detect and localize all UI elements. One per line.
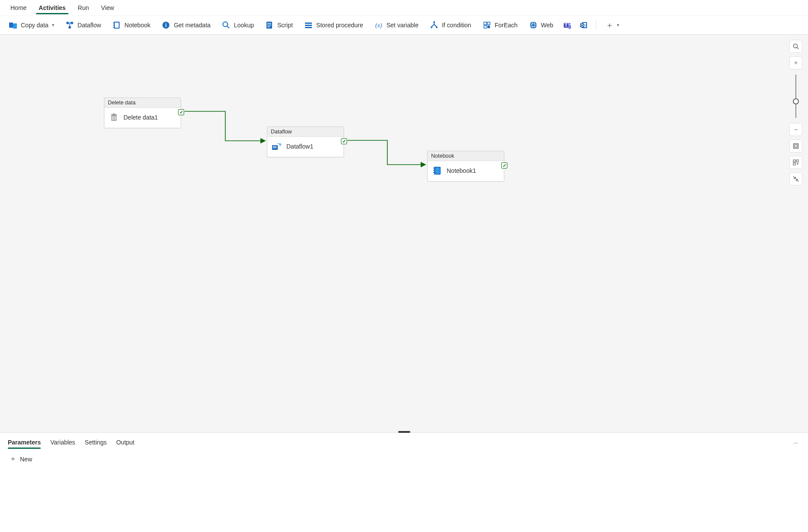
copy-data-icon — [9, 21, 17, 29]
notebook-blue-icon — [432, 165, 442, 176]
svg-point-12 — [223, 22, 228, 26]
svg-line-13 — [227, 26, 229, 28]
svg-text:(x): (x) — [375, 22, 382, 29]
svg-rect-18 — [305, 23, 312, 24]
activities-toolbar: Copy data ▾ Dataflow Notebook i Get meta… — [0, 16, 808, 35]
tool-label: If condition — [442, 22, 471, 29]
node-name: Dataflow1 — [286, 143, 313, 150]
zoom-fit-button[interactable] — [789, 139, 802, 152]
plus-icon: ＋ — [10, 454, 16, 464]
chevron-down-icon: ▾ — [52, 23, 54, 27]
tool-teams[interactable]: T — [560, 19, 574, 31]
tool-set-variable[interactable]: (x) Set variable — [370, 19, 423, 31]
tool-lookup[interactable]: Lookup — [217, 19, 258, 31]
minimize-canvas-button[interactable] — [789, 172, 802, 185]
svg-rect-41 — [112, 116, 113, 120]
tool-label: Copy data — [21, 22, 49, 29]
node-dataflow[interactable]: Dataflow Dataflow1 ✓ — [267, 127, 344, 157]
svg-rect-7 — [113, 23, 114, 23]
node-delete-data[interactable]: Delete data Delete data1 ✓ — [104, 97, 181, 128]
svg-rect-64 — [793, 163, 795, 165]
svg-rect-26 — [487, 22, 490, 25]
svg-rect-56 — [433, 170, 434, 171]
outlook-icon — [579, 21, 588, 29]
properties-panel: Parameters Variables Settings Output ︿ ＋… — [0, 432, 808, 531]
tab-activities[interactable]: Activities — [32, 2, 71, 14]
svg-line-59 — [797, 48, 799, 49]
node-name: Notebook1 — [447, 167, 476, 174]
chevron-down-icon: ▾ — [617, 23, 619, 27]
svg-rect-45 — [113, 114, 115, 114]
pipeline-canvas[interactable]: Delete data Delete data1 ✓ Dataflow Data… — [0, 35, 808, 432]
zoom-slider[interactable] — [795, 75, 796, 118]
tool-outlook[interactable] — [577, 19, 591, 31]
search-icon — [222, 21, 230, 29]
svg-rect-9 — [113, 27, 114, 28]
tool-copy-data[interactable]: Copy data ▾ — [4, 19, 58, 31]
tab-variables[interactable]: Variables — [50, 436, 75, 448]
svg-rect-17 — [267, 26, 270, 27]
tool-dataflow[interactable]: Dataflow — [61, 19, 105, 31]
svg-rect-49 — [276, 146, 276, 147]
svg-rect-20 — [305, 27, 312, 28]
trash-icon — [109, 112, 119, 123]
svg-rect-62 — [793, 160, 795, 162]
tool-script[interactable]: Script — [261, 19, 297, 31]
svg-rect-8 — [113, 25, 114, 26]
auto-layout-button[interactable] — [789, 156, 802, 169]
svg-rect-51 — [274, 147, 275, 148]
svg-rect-50 — [273, 147, 274, 148]
tool-if-condition[interactable]: If condition — [425, 19, 476, 31]
info-icon: i — [162, 21, 170, 29]
zoom-in-button[interactable]: ＋ — [789, 56, 802, 69]
svg-rect-16 — [267, 25, 271, 26]
svg-point-24 — [436, 26, 438, 28]
plus-icon: ＋ — [793, 59, 799, 67]
svg-point-22 — [433, 21, 435, 23]
zoom-handle[interactable] — [793, 98, 799, 104]
svg-rect-44 — [111, 114, 117, 115]
foreach-icon — [483, 21, 491, 29]
tool-label: Set variable — [386, 22, 419, 29]
toolbar-divider — [596, 20, 596, 30]
node-type-label: Notebook — [428, 151, 504, 161]
web-icon — [529, 21, 538, 29]
tool-web[interactable]: Web — [525, 19, 558, 31]
tab-output[interactable]: Output — [116, 436, 134, 448]
tool-foreach[interactable]: ForEach — [478, 19, 522, 31]
collapse-panel-button[interactable]: ︿ — [792, 437, 800, 448]
new-parameter-button[interactable]: ＋ New — [10, 454, 798, 464]
tool-get-metadata[interactable]: i Get metadata — [157, 19, 215, 31]
svg-point-29 — [530, 22, 537, 29]
tool-label: Dataflow — [78, 22, 101, 29]
svg-rect-52 — [276, 147, 276, 148]
teams-icon: T — [563, 21, 571, 29]
properties-tabs: Parameters Variables Settings Output ︿ — [0, 433, 808, 448]
svg-rect-43 — [115, 116, 116, 120]
panel-resize-grip[interactable] — [398, 431, 410, 433]
script-icon — [265, 21, 274, 29]
tool-stored-procedure[interactable]: Stored procedure — [300, 19, 367, 31]
minus-icon: − — [794, 126, 798, 133]
tab-home[interactable]: Home — [4, 2, 32, 14]
tool-label: Get metadata — [174, 22, 211, 29]
tab-parameters[interactable]: Parameters — [8, 436, 41, 448]
svg-rect-1 — [13, 23, 17, 29]
svg-rect-54 — [435, 168, 440, 174]
svg-rect-42 — [114, 116, 114, 120]
canvas-controls: ＋ − — [789, 40, 803, 185]
tab-run[interactable]: Run — [72, 2, 95, 14]
zoom-out-button[interactable]: − — [789, 123, 802, 136]
canvas-search-button[interactable] — [789, 40, 802, 53]
tool-label: Stored procedure — [316, 22, 363, 29]
svg-rect-25 — [484, 22, 487, 25]
svg-rect-6 — [115, 23, 119, 28]
connectors-layer — [0, 35, 808, 432]
node-notebook[interactable]: Notebook Notebook1 ✓ — [427, 151, 504, 182]
tab-settings[interactable]: Settings — [85, 436, 107, 448]
tool-more[interactable]: ＋ ▾ — [601, 18, 623, 32]
tool-notebook[interactable]: Notebook — [108, 19, 155, 31]
tab-view[interactable]: View — [95, 2, 120, 14]
variable-icon: (x) — [374, 21, 383, 29]
notebook-icon — [112, 21, 121, 29]
